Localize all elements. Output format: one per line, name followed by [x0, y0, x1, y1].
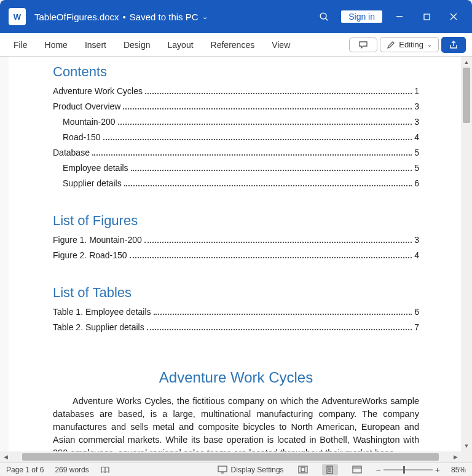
- zoom-out-button[interactable]: −: [376, 465, 381, 475]
- display-settings-icon: [218, 466, 227, 474]
- comments-button[interactable]: [349, 38, 377, 52]
- ribbon-tabs: File Home Insert Design Layout Reference…: [0, 33, 472, 57]
- display-settings-button[interactable]: Display Settings: [218, 466, 284, 474]
- document-main-title: Adventure Work Cycles: [53, 369, 419, 386]
- maximize-button[interactable]: [413, 4, 440, 29]
- list-of-tables-heading: List of Tables: [53, 285, 419, 301]
- lot-row[interactable]: Table 2. Supplier details7: [53, 322, 419, 332]
- toc-row[interactable]: Employee details5: [53, 163, 419, 173]
- slider-thumb[interactable]: [403, 466, 405, 474]
- tab-insert[interactable]: Insert: [77, 36, 114, 54]
- tab-file[interactable]: File: [6, 36, 35, 54]
- tab-layout[interactable]: Layout: [160, 36, 201, 54]
- signin-button[interactable]: Sign in: [341, 10, 382, 23]
- vertical-scroll-thumb[interactable]: [463, 68, 470, 123]
- slider-track[interactable]: [384, 469, 433, 470]
- scroll-down-arrow-icon[interactable]: ▼: [461, 440, 472, 451]
- document-title[interactable]: TableOfFigures.docx • Saved to this PC ⌄: [34, 12, 208, 22]
- lot-row[interactable]: Table 1. Employee details6: [53, 307, 419, 317]
- toc-row[interactable]: Adventure Work Cycles1: [53, 86, 419, 96]
- svg-rect-9: [301, 467, 305, 472]
- web-layout-button[interactable]: [349, 464, 365, 475]
- scroll-left-arrow-icon[interactable]: ◀: [0, 454, 11, 460]
- horizontal-scroll-thumb[interactable]: [22, 453, 439, 461]
- svg-rect-6: [218, 466, 227, 472]
- share-button[interactable]: [441, 37, 466, 53]
- chevron-down-icon: ⌄: [427, 41, 432, 48]
- editing-mode-button[interactable]: Editing ⌄: [380, 37, 439, 52]
- page-info[interactable]: Page 1 of 6: [6, 466, 44, 474]
- document-area[interactable]: Contents Adventure Work Cycles1 Product …: [0, 57, 472, 451]
- scroll-up-arrow-icon[interactable]: ▲: [461, 57, 472, 68]
- svg-point-0: [320, 13, 326, 19]
- body-paragraph: Adventure Works Cycles, the fictitious c…: [53, 395, 419, 451]
- share-icon: [449, 41, 458, 49]
- toc-row[interactable]: Product Overview3: [53, 101, 419, 111]
- zoom-in-button[interactable]: +: [435, 465, 440, 475]
- tab-design[interactable]: Design: [116, 36, 158, 54]
- tab-home[interactable]: Home: [37, 36, 75, 54]
- word-count[interactable]: 269 words: [55, 466, 88, 474]
- list-of-figures-heading: List of Figures: [53, 213, 419, 229]
- horizontal-scrollbar[interactable]: ◀ ▶: [0, 451, 461, 462]
- minimize-button[interactable]: [386, 4, 413, 29]
- chevron-down-icon: ⌄: [202, 13, 208, 21]
- comment-icon: [358, 41, 368, 49]
- toc-row[interactable]: Road-1504: [53, 132, 419, 142]
- save-status: Saved to this PC: [130, 12, 199, 22]
- titlebar: W TableOfFigures.docx • Saved to this PC…: [0, 0, 472, 33]
- tab-view[interactable]: View: [264, 36, 297, 54]
- toc-row[interactable]: Database5: [53, 148, 419, 157]
- svg-line-1: [325, 18, 328, 20]
- zoom-level[interactable]: 85%: [451, 466, 466, 474]
- svg-rect-14: [353, 466, 361, 473]
- list-of-figures: Figure 1. Mountain-2003 Figure 2. Road-1…: [53, 235, 419, 260]
- vertical-scrollbar[interactable]: ▲ ▼: [461, 57, 472, 451]
- table-of-contents: Adventure Work Cycles1 Product Overview3…: [53, 86, 419, 188]
- filename: TableOfFigures.docx: [34, 12, 119, 22]
- close-button[interactable]: [440, 4, 467, 29]
- statusbar: Page 1 of 6 269 words Display Settings −…: [0, 462, 472, 476]
- lof-row[interactable]: Figure 2. Road-1504: [53, 250, 419, 260]
- toc-row[interactable]: Mountain-2003: [53, 117, 419, 127]
- contents-heading: Contents: [53, 64, 419, 80]
- zoom-slider[interactable]: − +: [376, 465, 440, 475]
- focus-mode-button[interactable]: [295, 464, 311, 475]
- tab-references[interactable]: References: [203, 36, 262, 54]
- pencil-icon: [387, 41, 395, 49]
- print-layout-button[interactable]: [322, 464, 338, 475]
- search-button[interactable]: [310, 4, 337, 29]
- svg-rect-3: [424, 14, 430, 20]
- list-of-tables: Table 1. Employee details6 Table 2. Supp…: [53, 307, 419, 332]
- book-icon[interactable]: [100, 466, 110, 474]
- toc-row[interactable]: Supplier details6: [53, 178, 419, 188]
- editing-label: Editing: [399, 40, 423, 49]
- lof-row[interactable]: Figure 1. Mountain-2003: [53, 235, 419, 245]
- word-app-icon: W: [9, 8, 26, 25]
- scroll-right-arrow-icon[interactable]: ▶: [450, 454, 461, 460]
- document-page: Contents Adventure Work Cycles1 Product …: [9, 57, 463, 451]
